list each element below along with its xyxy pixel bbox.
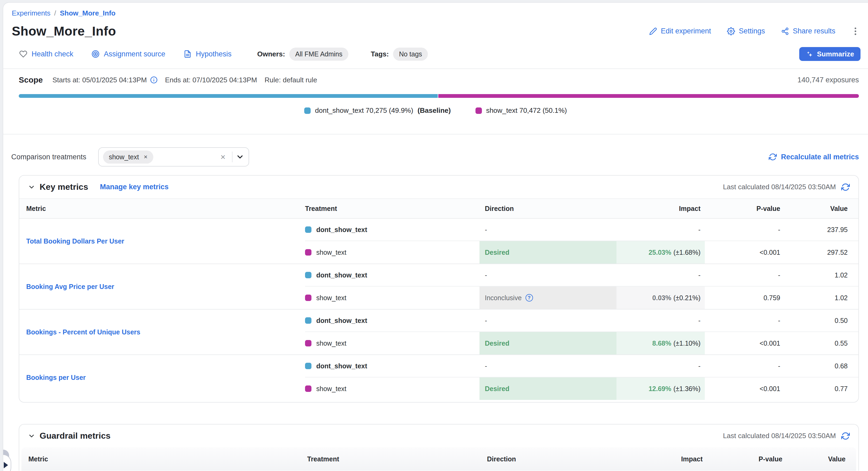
impact-value: 12.69%: [649, 385, 671, 393]
impact-confidence-interval: (±1.36%): [674, 385, 701, 393]
manage-key-metrics-link[interactable]: Manage key metrics: [100, 183, 168, 191]
guardrail-table-header: Metric Treatment Direction Impact P-valu…: [22, 447, 856, 471]
select-clear-icon[interactable]: ×: [217, 153, 229, 161]
baseline-swatch: [305, 317, 311, 324]
metric-group: Bookings - Percent of Unique Users dont_…: [19, 309, 858, 355]
direction-value: Desired: [485, 385, 509, 393]
document-icon: [184, 50, 192, 58]
treatment-name: dont_show_text: [316, 317, 367, 325]
health-check-label: Health check: [32, 50, 73, 58]
refresh-icon[interactable]: [841, 183, 850, 191]
pvalue-value: -: [705, 264, 785, 286]
legend-item-baseline: dont_show_text 70,275 (49.9%) (Baseline): [304, 106, 451, 115]
help-icon[interactable]: ?: [526, 294, 533, 302]
select-divider: [232, 152, 232, 162]
comparison-treatment-row: show_text Desired 25.03%(±1.68%) <0.001 …: [305, 241, 858, 264]
exposure-bar: [19, 94, 859, 98]
metric-value: 237.95: [785, 218, 858, 241]
scope-rule: Rule: default rule: [265, 76, 317, 84]
metric-link[interactable]: Booking Avg Price per User: [26, 283, 114, 291]
variant-swatch: [305, 340, 311, 346]
direction-value: -: [485, 317, 487, 325]
chip-remove-icon[interactable]: ×: [144, 154, 148, 160]
legend-baseline-suffix: (Baseline): [417, 106, 451, 115]
impact-confidence-interval: (±0.21%): [674, 294, 701, 302]
column-header-direction: Direction: [482, 455, 619, 463]
scope-starts-at: Starts at: 05/01/2025 04:13PM: [53, 76, 158, 84]
scope-divider: [3, 134, 868, 134]
metric-value: 1.02: [785, 264, 858, 286]
column-header-impact: Impact: [617, 205, 705, 212]
recalculate-label: Recalculate all metrics: [781, 153, 859, 161]
hypothesis-label: Hypothesis: [196, 50, 232, 58]
column-header-pvalue: P-value: [707, 455, 788, 463]
direction-value: Desired: [485, 339, 509, 347]
variant-swatch: [305, 295, 311, 301]
metric-value: 1.02: [785, 287, 858, 309]
baseline-treatment-row: dont_show_text - - - 1.02: [305, 264, 858, 287]
refresh-icon[interactable]: [841, 432, 850, 440]
impact-confidence-interval: (±1.68%): [674, 248, 701, 256]
baseline-treatment-row: dont_show_text - - - 0.50: [305, 309, 858, 332]
legend-variant-label: show_text 70,472 (50.1%): [486, 106, 567, 115]
hypothesis-link[interactable]: Hypothesis: [184, 50, 232, 58]
owners-chip[interactable]: All FME Admins: [289, 47, 348, 61]
health-check-link[interactable]: Health check: [19, 50, 73, 58]
metric-link[interactable]: Bookings per User: [26, 374, 86, 381]
baseline-swatch: [305, 227, 311, 233]
recalculate-all-metrics-button[interactable]: Recalculate all metrics: [769, 153, 859, 161]
breadcrumb-experiments-link[interactable]: Experiments: [12, 9, 51, 18]
arrow-right-icon: [4, 462, 8, 468]
treatment-name: dont_show_text: [316, 362, 367, 370]
heart-icon: [19, 50, 27, 58]
edit-experiment-button[interactable]: Edit experiment: [649, 27, 711, 35]
metric-link[interactable]: Bookings - Percent of Unique Users: [26, 328, 140, 336]
legend-item-variant: show_text 70,472 (50.1%): [475, 106, 567, 115]
breadcrumb-current-link[interactable]: Show_More_Info: [60, 9, 116, 18]
metric-value: 0.68: [785, 355, 858, 377]
treatment-chip[interactable]: show_text ×: [103, 150, 154, 164]
owners-label: Owners:: [257, 50, 285, 58]
scope-ends-at: Ends at: 07/10/2025 04:13PM: [165, 76, 257, 84]
share-results-button[interactable]: Share results: [781, 27, 835, 35]
collapse-chevron-icon[interactable]: [28, 432, 35, 440]
comparison-treatments-select[interactable]: show_text × ×: [98, 147, 249, 167]
chevron-down-icon[interactable]: [236, 153, 244, 161]
direction-value: Desired: [485, 248, 509, 256]
column-header-value: Value: [788, 455, 856, 463]
impact-value: 25.03%: [649, 248, 671, 256]
edit-experiment-label: Edit experiment: [661, 27, 711, 35]
comparison-treatments-label: Comparison treatments: [11, 153, 86, 161]
key-metrics-table-body: Total Booking Dollars Per User dont_show…: [19, 218, 858, 402]
key-metrics-last-calculated: Last calculated 08/14/2025 03:50AM: [723, 183, 836, 191]
column-header-pvalue: P-value: [705, 205, 785, 212]
info-icon[interactable]: [150, 76, 158, 84]
baseline-swatch: [305, 363, 311, 369]
pvalue-value: <0.001: [705, 377, 785, 400]
target-icon: [92, 50, 99, 58]
key-metrics-table-header: Metric Treatment Direction Impact P-valu…: [19, 198, 858, 218]
impact-value: -: [699, 362, 701, 370]
collapse-chevron-icon[interactable]: [28, 183, 35, 191]
column-header-impact: Impact: [619, 455, 707, 463]
metric-value: 0.50: [785, 309, 858, 332]
pvalue-value: <0.001: [705, 332, 785, 355]
guardrail-metrics-title: Guardrail metrics: [40, 431, 111, 441]
pencil-icon: [649, 27, 657, 35]
share-results-label: Share results: [793, 27, 835, 35]
treatment-chip-label: show_text: [109, 153, 139, 161]
settings-button[interactable]: Settings: [727, 27, 765, 35]
impact-confidence-interval: (±1.10%): [674, 339, 701, 347]
variant-swatch: [475, 107, 482, 114]
metric-link[interactable]: Total Booking Dollars Per User: [26, 237, 124, 245]
treatment-name: show_text: [316, 248, 346, 256]
summarize-button[interactable]: Summarize: [799, 47, 861, 61]
assignment-source-link[interactable]: Assignment source: [92, 50, 165, 58]
settings-label: Settings: [739, 27, 765, 35]
key-metrics-title: Key metrics: [40, 182, 88, 192]
more-options-icon[interactable]: [851, 25, 860, 37]
refresh-icon: [769, 153, 777, 161]
comparison-treatment-row: show_text Inconclusive? 0.03%(±0.21%) 0.…: [305, 287, 858, 309]
expand-sidebar-button[interactable]: [3, 455, 11, 471]
tags-chip[interactable]: No tags: [393, 47, 428, 61]
